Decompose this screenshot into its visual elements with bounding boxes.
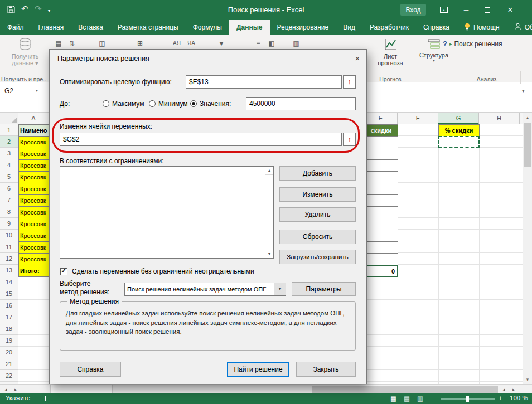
minimize-button[interactable]: ─ <box>456 0 476 20</box>
sign-in-button[interactable]: Вход <box>400 4 426 16</box>
reset-button[interactable]: Сбросить <box>279 230 356 244</box>
sort-az-icon[interactable]: АЯ <box>171 38 183 48</box>
column-header-a[interactable]: A <box>18 113 49 124</box>
row-header-4[interactable]: 4 <box>0 159 18 171</box>
row-header-9[interactable]: 9 <box>0 218 18 230</box>
cell-a11[interactable]: Кроссовк <box>18 241 50 254</box>
zoom-out-icon[interactable]: − <box>432 395 436 401</box>
cell-a9[interactable]: Кроссовк <box>18 218 50 230</box>
radio-min[interactable] <box>149 100 156 107</box>
toolbar-icon[interactable]: ≡ <box>252 38 264 48</box>
row-header-6[interactable]: 6 <box>0 183 18 194</box>
toolbar-icon[interactable]: ◧ <box>265 38 278 48</box>
zoom-level[interactable]: 100 % <box>510 395 528 401</box>
variables-input[interactable]: $G$2 <box>60 133 342 146</box>
row-header-16[interactable]: 16 <box>0 300 18 311</box>
cell-a12[interactable]: Кроссовк <box>18 253 50 265</box>
cell-a5[interactable]: Кроссовк <box>18 171 50 183</box>
cell-e4[interactable] <box>364 159 398 172</box>
toolbar-icon[interactable]: ▥ <box>290 38 302 48</box>
cell-e10[interactable] <box>364 230 398 242</box>
tab-home[interactable]: Главная <box>31 20 71 35</box>
tab-page-layout[interactable]: Разметка страницы <box>110 20 186 35</box>
sheet-tab[interactable] <box>50 385 113 394</box>
view-page-layout-icon[interactable]: ▤ <box>404 395 410 402</box>
cell-e2[interactable] <box>364 136 398 148</box>
objective-input[interactable]: $E$13 <box>186 75 342 89</box>
row-header-19[interactable]: 19 <box>0 335 18 347</box>
sheet-nav-left-icon[interactable]: ◂ <box>4 386 7 393</box>
range-select-button[interactable]: ↑ <box>343 133 356 146</box>
toolbar-icon[interactable]: ▤ <box>52 38 65 48</box>
row-header-14[interactable]: 14 <box>0 276 18 288</box>
share-button[interactable]: Общий доступ <box>507 20 532 35</box>
cell-a10[interactable]: Кроссовк <box>18 230 50 242</box>
radio-value-of-label[interactable]: Значения: <box>200 100 231 108</box>
radio-max[interactable] <box>103 100 109 107</box>
formula-bar-expand-icon[interactable]: ▾ <box>522 88 525 94</box>
listbox-scroll-up-icon[interactable]: ▴ <box>265 167 273 175</box>
nonnegative-checkbox[interactable]: ✓ <box>60 268 67 275</box>
zoom-in-icon[interactable]: + <box>499 395 502 401</box>
tab-view[interactable]: Вид <box>336 20 362 35</box>
nonnegative-checkbox-label[interactable]: Сделать переменные без ограничений неотр… <box>72 267 254 275</box>
target-value-input[interactable]: 4500000 <box>246 97 356 110</box>
cell-a13-total[interactable]: Итого: <box>18 265 50 277</box>
tab-assistant[interactable]: Помощн <box>457 20 507 35</box>
load-save-button[interactable]: Загрузить/сохранить <box>279 250 356 264</box>
radio-value-of[interactable] <box>190 100 197 107</box>
row-header-8[interactable]: 8 <box>0 206 18 218</box>
vscroll-down-icon[interactable]: ▾ <box>523 376 532 383</box>
delete-button[interactable]: Удалить <box>279 207 356 222</box>
toolbar-icon[interactable]: ⇅ <box>66 38 78 48</box>
range-select-button[interactable]: ↑ <box>343 75 356 89</box>
row-header-1[interactable]: 1 <box>0 124 18 136</box>
name-box[interactable]: G2 <box>4 87 13 95</box>
row-header-18[interactable]: 18 <box>0 323 18 335</box>
row-header-3[interactable]: 3 <box>0 148 18 159</box>
row-header-12[interactable]: 12 <box>0 253 18 265</box>
vertical-scrollbar-thumb[interactable] <box>524 123 531 167</box>
listbox-scroll-down-icon[interactable]: ▾ <box>265 250 273 258</box>
filter-icon[interactable]: ▼ <box>215 38 228 48</box>
tab-file[interactable]: Файл <box>0 20 31 35</box>
cell-a7[interactable]: Кроссовк <box>18 194 50 207</box>
column-header-g[interactable]: G <box>438 113 479 124</box>
row-header-2[interactable]: 2 <box>0 136 18 148</box>
cell-e11[interactable] <box>364 241 398 254</box>
solver-button[interactable]: ? ▸ Поиск решения <box>443 40 502 48</box>
sheet-nav-right-icon[interactable]: ▸ <box>14 386 17 393</box>
cell-g1[interactable]: % скидки <box>438 124 480 137</box>
macro-record-icon[interactable] <box>38 396 46 401</box>
cell-e6[interactable] <box>364 183 398 195</box>
view-page-break-icon[interactable]: ▥ <box>417 395 423 402</box>
cell-e12[interactable] <box>364 253 398 265</box>
method-dropdown[interactable]: Поиск решения нелинейных задач методом О… <box>124 283 286 296</box>
row-header-20[interactable]: 20 <box>0 347 18 358</box>
cell-g2-selected[interactable] <box>438 136 480 148</box>
cell-a4[interactable]: Кроссовк <box>18 159 50 172</box>
tab-formulas[interactable]: Формулы <box>186 20 229 35</box>
change-button[interactable]: Изменить <box>279 187 356 202</box>
row-header-11[interactable]: 11 <box>0 241 18 253</box>
radio-min-label[interactable]: Минимум <box>158 100 188 108</box>
row-header-21[interactable]: 21 <box>0 358 18 370</box>
cell-e7[interactable] <box>364 194 398 207</box>
row-header-15[interactable]: 15 <box>0 288 18 300</box>
sort-za-icon[interactable]: ЯА <box>185 38 197 48</box>
dialog-close-icon[interactable]: × <box>349 50 366 66</box>
add-button[interactable]: Добавить <box>279 166 356 181</box>
options-button[interactable]: Параметры <box>292 282 356 296</box>
cell-e13-objective[interactable]: 0 <box>364 265 398 277</box>
solve-button[interactable]: Найти решение <box>227 362 289 377</box>
help-button[interactable]: Справка <box>60 362 121 377</box>
close-dialog-button[interactable]: Закрыть <box>296 362 356 377</box>
close-button[interactable]: × <box>499 0 522 20</box>
cell-a3[interactable]: Кроссовк <box>18 148 50 160</box>
cell-e5[interactable] <box>364 171 398 183</box>
toolbar-icon[interactable]: ◫ <box>96 38 108 48</box>
cell-e1[interactable]: скидки <box>364 124 398 137</box>
tab-developer[interactable]: Разработчик <box>362 20 416 35</box>
column-header-f[interactable]: F <box>398 113 438 124</box>
forecast-sheet-button[interactable]: Лист прогноза <box>367 37 414 66</box>
